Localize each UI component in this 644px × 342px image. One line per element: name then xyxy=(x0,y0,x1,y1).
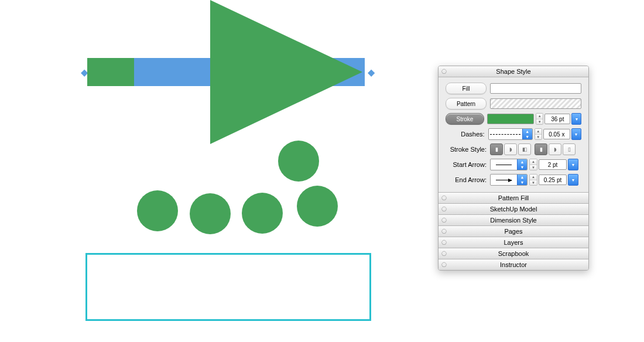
section-title: Scrapbook xyxy=(449,250,578,257)
section-header-instructor[interactable]: ◯ Instructor xyxy=(439,259,588,270)
cap-butt[interactable]: ▮ xyxy=(535,143,547,155)
section-title: Dimension Style xyxy=(449,217,578,224)
svg-rect-0 xyxy=(87,58,134,86)
disclosure-icon: ◯ xyxy=(439,248,449,259)
disclosure-icon: ◯ xyxy=(439,66,449,77)
start-arrow-stepper[interactable]: ▲▼ xyxy=(529,159,537,170)
section-header-layers[interactable]: ◯ Layers xyxy=(439,237,588,248)
inspector-panel: ◯ Shape Style Fill Pattern Stroke xyxy=(438,66,589,271)
cap-style-segment: ▮ ◗ ▯ xyxy=(535,143,576,155)
join-round[interactable]: ◗ xyxy=(504,143,517,155)
section-header-scrapbook[interactable]: ◯ Scrapbook xyxy=(439,248,588,259)
disclosure-icon: ◯ xyxy=(439,259,449,270)
start-arrow-label: Start Arrow: xyxy=(446,161,490,168)
circle-dot[interactable] xyxy=(297,186,338,227)
circle-dot[interactable] xyxy=(190,193,231,234)
stroke-width-stepper[interactable]: ▲▼ xyxy=(536,113,543,125)
section-title: Shape Style xyxy=(449,68,578,75)
fill-toggle[interactable]: Fill xyxy=(446,83,487,94)
start-arrow-select[interactable]: ▲▼ xyxy=(490,159,527,170)
end-arrow-label: End Arrow: xyxy=(446,176,490,183)
start-arrow-field[interactable]: 2 pt xyxy=(539,159,567,170)
cyan-rectangle-shape[interactable] xyxy=(85,253,371,321)
section-header-shape-style[interactable]: ◯ Shape Style xyxy=(439,66,588,77)
circle-dot[interactable] xyxy=(278,141,319,182)
section-title: Pattern Fill xyxy=(449,194,578,201)
disclosure-icon: ◯ xyxy=(439,215,449,225)
end-arrow-menu[interactable]: ▾ xyxy=(568,174,578,186)
fill-color-swatch[interactable] xyxy=(490,83,581,94)
disclosure-icon: ◯ xyxy=(439,204,449,214)
shape-style-body: Fill Pattern Stroke ▲▼ 36 pt ▾ D xyxy=(439,77,588,193)
stroke-width-menu[interactable]: ▾ xyxy=(571,113,581,125)
dash-scale-menu[interactable]: ▾ xyxy=(571,128,581,140)
svg-marker-1 xyxy=(210,0,362,144)
disclosure-icon: ◯ xyxy=(439,193,449,203)
end-arrow-stepper[interactable]: ▲▼ xyxy=(529,174,537,186)
join-style-segment: ▮ ◗ ◧ xyxy=(490,143,531,155)
circle-dot[interactable] xyxy=(242,193,283,234)
section-title: Instructor xyxy=(449,261,578,268)
stroke-style-label: Stroke Style: xyxy=(446,146,490,153)
cap-square[interactable]: ▯ xyxy=(563,143,576,155)
section-header-dimension-style[interactable]: ◯ Dimension Style xyxy=(439,215,588,226)
stroke-toggle[interactable]: Stroke xyxy=(446,113,484,125)
section-header-pattern-fill[interactable]: ◯ Pattern Fill xyxy=(439,193,588,204)
join-bevel[interactable]: ◧ xyxy=(518,143,531,155)
stroke-width-field[interactable]: 36 pt xyxy=(544,114,570,124)
end-arrow-select[interactable]: ▲▼ xyxy=(490,174,527,186)
green-arrow-shape[interactable] xyxy=(87,0,386,152)
pattern-toggle[interactable]: Pattern xyxy=(446,98,487,110)
dashes-label: Dashes: xyxy=(446,131,488,138)
start-arrow-menu[interactable]: ▾ xyxy=(568,159,578,170)
pattern-swatch[interactable] xyxy=(490,98,581,109)
circle-dot[interactable] xyxy=(137,190,178,231)
dash-scale-field[interactable]: 0.05 x xyxy=(543,129,570,139)
drawing-canvas[interactable]: ◆ ◆ —◆ ◯ Shape Style Fill Pat xyxy=(0,0,644,342)
section-header-sketchup-model[interactable]: ◯ SketchUp Model xyxy=(439,204,588,215)
section-title: Pages xyxy=(449,228,578,235)
section-title: Layers xyxy=(449,239,578,246)
disclosure-icon: ◯ xyxy=(439,237,449,248)
join-miter[interactable]: ▮ xyxy=(490,143,503,155)
section-header-pages[interactable]: ◯ Pages xyxy=(439,226,588,237)
dash-pattern-select[interactable]: ▲▼ xyxy=(488,128,533,140)
cap-round[interactable]: ◗ xyxy=(549,143,561,155)
disclosure-icon: ◯ xyxy=(439,226,449,237)
section-title: SketchUp Model xyxy=(449,206,578,213)
end-arrow-field[interactable]: 0.25 pt xyxy=(539,175,567,185)
dash-scale-stepper[interactable]: ▲▼ xyxy=(535,128,542,140)
stroke-color-swatch[interactable] xyxy=(487,114,534,124)
